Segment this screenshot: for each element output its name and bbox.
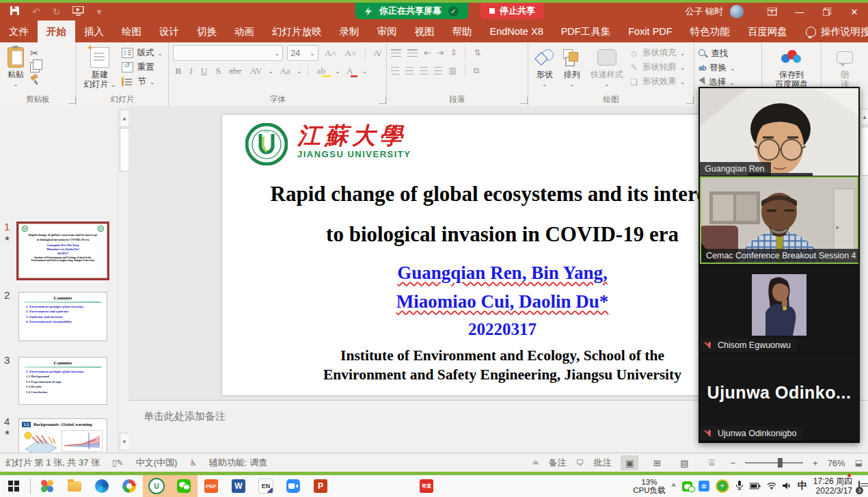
reset-button[interactable]: 重置 [122, 62, 163, 73]
zoom-slider-thumb[interactable] [778, 458, 783, 468]
tab-pdf-tools[interactable]: PDF工具集 [552, 21, 620, 42]
action-center-button[interactable]: 3 [858, 481, 860, 491]
bullets-icon[interactable] [391, 49, 401, 57]
tab-special-features[interactable]: 特色功能 [681, 21, 739, 42]
font-name-combo[interactable]: ⌄ [173, 45, 283, 61]
ribbon-display-options-icon[interactable] [759, 3, 786, 21]
shape-outline-button[interactable]: ✎形状轮廓⌄ [629, 62, 686, 73]
shapes-button[interactable]: 形状⌄ [532, 45, 557, 91]
thumbnail-slide-3[interactable]: Contents 1. Environment prompts plant in… [18, 357, 107, 405]
scroll-up-icon[interactable]: ▲ [120, 109, 129, 127]
qat-customize-icon[interactable]: ▾ [96, 6, 101, 17]
taskbar-zoom[interactable] [280, 475, 307, 497]
copy-icon[interactable] [30, 62, 40, 72]
zoom-in-button[interactable]: + [813, 458, 818, 468]
text-direction-icon[interactable]: ⇅ [474, 48, 480, 57]
start-button[interactable] [0, 475, 27, 497]
tab-endnote[interactable]: EndNote X8 [481, 21, 552, 42]
accessibility-status[interactable]: 辅助功能: 调查 [209, 457, 267, 469]
decrease-font-icon[interactable]: A˅ [342, 47, 358, 59]
character-spacing-button[interactable]: A︎V [248, 65, 265, 77]
section-button[interactable]: 节⌄ [122, 76, 163, 88]
new-slide-button[interactable]: 新建 幻灯片 ⌄ [81, 45, 120, 92]
scroll-down-icon[interactable]: ▼ [120, 433, 129, 451]
font-size-combo[interactable]: 24⌄ [287, 45, 318, 61]
taskbar-powerpoint[interactable]: P [307, 475, 334, 497]
spellcheck-icon[interactable]: ▯✎ [112, 458, 124, 468]
shadow-button[interactable]: S [214, 65, 223, 77]
tab-record[interactable]: 录制 [331, 21, 368, 42]
decrease-indent-icon[interactable]: ⇤ [424, 48, 431, 57]
taskbar-browser[interactable] [116, 475, 143, 497]
tab-slideshow[interactable]: 幻灯片放映 [263, 21, 331, 42]
read-aloud-button[interactable]: 朗 读 [833, 45, 856, 91]
tab-foxit-pdf[interactable]: Foxit PDF [619, 21, 681, 42]
dialog-launcher-icon[interactable] [379, 96, 386, 104]
taskbar-file-explorer[interactable] [61, 475, 88, 497]
language-indicator[interactable]: 中文(中国) [136, 457, 178, 469]
taskbar-photos-app[interactable] [33, 475, 61, 497]
video-tile-guangqian-ren[interactable]: Guangqian Ren [700, 88, 858, 176]
italic-button[interactable]: I [187, 65, 195, 77]
tab-file[interactable]: 文件 [0, 21, 38, 42]
zoom-out-button[interactable]: − [730, 458, 735, 468]
dialog-launcher-icon[interactable] [520, 96, 528, 104]
taskbar-youdao[interactable]: 有道 [413, 475, 440, 497]
arrange-button[interactable]: 排列⌄ [560, 45, 584, 91]
slideshow-view-button[interactable]: ⍓ [703, 455, 720, 470]
hidden-icons-chevron[interactable]: ^ [672, 481, 676, 492]
save-to-baidu-button[interactable]: 保存到 百度网盘 [772, 45, 811, 91]
tab-design[interactable]: 设计 [150, 21, 188, 42]
save-icon[interactable] [10, 5, 20, 18]
shape-effects-button[interactable]: ❑形状效果⌄ [629, 76, 686, 88]
zoom-slider[interactable] [745, 462, 803, 464]
undo-icon[interactable]: ↶ [32, 6, 40, 17]
tab-animations[interactable]: 动画 [226, 21, 263, 42]
taskbar-edge[interactable] [88, 475, 116, 497]
align-right-icon[interactable] [420, 67, 428, 75]
normal-view-button[interactable]: ▣ [621, 455, 638, 470]
clock[interactable]: 17:26 周四2022/3/17 [813, 476, 852, 496]
scrollbar-thumb[interactable] [120, 128, 129, 172]
dialog-launcher-icon[interactable] [686, 96, 694, 104]
increase-font-icon[interactable]: A˄ [323, 47, 338, 59]
thumbnail-slide-2[interactable]: Contents 1. Environment prompts plant in… [18, 292, 107, 341]
comments-toggle[interactable]: 批注 [593, 457, 611, 469]
tab-view[interactable]: 视图 [406, 21, 444, 42]
format-painter-icon[interactable] [30, 75, 39, 84]
taskbar-word[interactable]: W [225, 475, 252, 497]
wifi-icon[interactable] [767, 481, 776, 492]
reading-view-button[interactable]: ▤ [675, 455, 693, 470]
tab-review[interactable]: 审阅 [368, 21, 406, 42]
taskbar-endnote[interactable]: EN [252, 475, 280, 497]
strikethrough-button[interactable]: abc [227, 65, 244, 77]
restore-button[interactable] [813, 3, 841, 21]
tab-home[interactable]: 开始 [38, 21, 75, 42]
video-tile-chisom-egwuonwu[interactable]: Chisom Egwuonwu [700, 265, 858, 352]
tab-baidu-netdisk[interactable]: 百度网盘 [739, 21, 796, 42]
volume-icon[interactable] [783, 481, 791, 492]
scrollbar-thumb[interactable] [860, 126, 868, 176]
thumbnail-slide-1[interactable]: Rapid change of global ecosystems and it… [18, 224, 107, 278]
find-button[interactable]: 查找 [699, 48, 757, 59]
stop-share-button[interactable]: 停止共享 [480, 3, 544, 19]
shape-fill-button[interactable]: ◇形状填充⌄ [629, 47, 686, 59]
taskbar-wechat[interactable] [170, 475, 198, 497]
minimize-button[interactable]: — [786, 3, 813, 21]
justify-icon[interactable] [434, 67, 442, 75]
notes-toggle[interactable]: 备注 [548, 457, 566, 469]
bold-button[interactable]: B [173, 65, 183, 77]
quick-styles-button[interactable]: 快速样式⌄ [587, 45, 627, 91]
numbering-icon[interactable] [407, 49, 418, 57]
dialog-launcher-icon[interactable] [68, 96, 76, 104]
start-slideshow-icon[interactable] [72, 6, 84, 18]
tab-transitions[interactable]: 切换 [188, 21, 226, 42]
account-name[interactable]: 公子 锦时 [685, 5, 723, 18]
wechat-tray-icon[interactable] [682, 481, 692, 492]
account-avatar[interactable] [730, 5, 744, 18]
slide-area-scrollbar[interactable]: ▲ [860, 106, 868, 400]
smartart-icon[interactable]: ⧉ [474, 66, 480, 75]
thumbnail-scrollbar[interactable]: ▲ ▼ [118, 106, 129, 453]
align-left-icon[interactable] [391, 67, 399, 75]
redo-icon[interactable]: ↻ [53, 6, 61, 17]
